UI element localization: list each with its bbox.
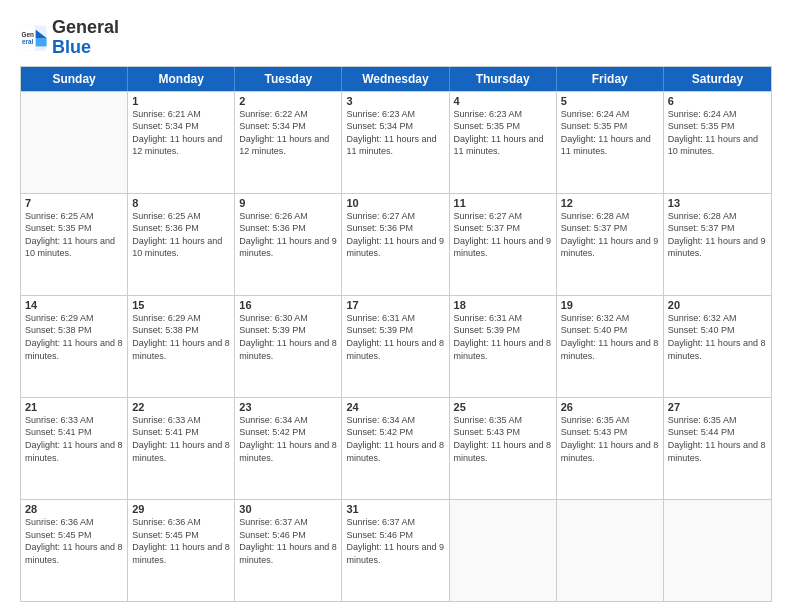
calendar-week-4: 21Sunrise: 6:33 AM Sunset: 5:41 PM Dayli… bbox=[21, 397, 771, 499]
calendar-cell bbox=[21, 92, 128, 193]
cell-info: Sunrise: 6:31 AM Sunset: 5:39 PM Dayligh… bbox=[346, 312, 444, 362]
calendar-cell: 26Sunrise: 6:35 AM Sunset: 5:43 PM Dayli… bbox=[557, 398, 664, 499]
cell-date-number: 9 bbox=[239, 197, 337, 209]
cell-info: Sunrise: 6:29 AM Sunset: 5:38 PM Dayligh… bbox=[25, 312, 123, 362]
cell-date-number: 31 bbox=[346, 503, 444, 515]
cell-date-number: 5 bbox=[561, 95, 659, 107]
calendar-cell: 3Sunrise: 6:23 AM Sunset: 5:34 PM Daylig… bbox=[342, 92, 449, 193]
cell-date-number: 13 bbox=[668, 197, 767, 209]
calendar-cell: 27Sunrise: 6:35 AM Sunset: 5:44 PM Dayli… bbox=[664, 398, 771, 499]
calendar-cell: 14Sunrise: 6:29 AM Sunset: 5:38 PM Dayli… bbox=[21, 296, 128, 397]
cell-date-number: 21 bbox=[25, 401, 123, 413]
cell-info: Sunrise: 6:25 AM Sunset: 5:36 PM Dayligh… bbox=[132, 210, 230, 260]
cell-date-number: 25 bbox=[454, 401, 552, 413]
svg-text:eral: eral bbox=[22, 37, 33, 44]
cell-info: Sunrise: 6:23 AM Sunset: 5:35 PM Dayligh… bbox=[454, 108, 552, 158]
cell-date-number: 2 bbox=[239, 95, 337, 107]
cell-info: Sunrise: 6:31 AM Sunset: 5:39 PM Dayligh… bbox=[454, 312, 552, 362]
cell-info: Sunrise: 6:28 AM Sunset: 5:37 PM Dayligh… bbox=[561, 210, 659, 260]
cell-info: Sunrise: 6:26 AM Sunset: 5:36 PM Dayligh… bbox=[239, 210, 337, 260]
calendar-header-tuesday: Tuesday bbox=[235, 67, 342, 91]
cell-info: Sunrise: 6:33 AM Sunset: 5:41 PM Dayligh… bbox=[132, 414, 230, 464]
cell-info: Sunrise: 6:27 AM Sunset: 5:37 PM Dayligh… bbox=[454, 210, 552, 260]
calendar-cell: 9Sunrise: 6:26 AM Sunset: 5:36 PM Daylig… bbox=[235, 194, 342, 295]
calendar-cell: 10Sunrise: 6:27 AM Sunset: 5:36 PM Dayli… bbox=[342, 194, 449, 295]
cell-info: Sunrise: 6:30 AM Sunset: 5:39 PM Dayligh… bbox=[239, 312, 337, 362]
calendar-header-wednesday: Wednesday bbox=[342, 67, 449, 91]
header: Gen eral General Blue bbox=[20, 18, 772, 58]
svg-marker-2 bbox=[35, 38, 46, 46]
cell-info: Sunrise: 6:27 AM Sunset: 5:36 PM Dayligh… bbox=[346, 210, 444, 260]
calendar-cell: 13Sunrise: 6:28 AM Sunset: 5:37 PM Dayli… bbox=[664, 194, 771, 295]
cell-info: Sunrise: 6:33 AM Sunset: 5:41 PM Dayligh… bbox=[25, 414, 123, 464]
cell-info: Sunrise: 6:25 AM Sunset: 5:35 PM Dayligh… bbox=[25, 210, 123, 260]
calendar-week-2: 7Sunrise: 6:25 AM Sunset: 5:35 PM Daylig… bbox=[21, 193, 771, 295]
calendar-cell: 6Sunrise: 6:24 AM Sunset: 5:35 PM Daylig… bbox=[664, 92, 771, 193]
calendar-cell: 28Sunrise: 6:36 AM Sunset: 5:45 PM Dayli… bbox=[21, 500, 128, 601]
calendar-cell: 5Sunrise: 6:24 AM Sunset: 5:35 PM Daylig… bbox=[557, 92, 664, 193]
calendar-cell: 24Sunrise: 6:34 AM Sunset: 5:42 PM Dayli… bbox=[342, 398, 449, 499]
calendar-cell: 25Sunrise: 6:35 AM Sunset: 5:43 PM Dayli… bbox=[450, 398, 557, 499]
calendar-week-5: 28Sunrise: 6:36 AM Sunset: 5:45 PM Dayli… bbox=[21, 499, 771, 601]
cell-info: Sunrise: 6:35 AM Sunset: 5:43 PM Dayligh… bbox=[454, 414, 552, 464]
calendar-cell: 22Sunrise: 6:33 AM Sunset: 5:41 PM Dayli… bbox=[128, 398, 235, 499]
calendar: SundayMondayTuesdayWednesdayThursdayFrid… bbox=[20, 66, 772, 602]
cell-date-number: 1 bbox=[132, 95, 230, 107]
calendar-cell: 29Sunrise: 6:36 AM Sunset: 5:45 PM Dayli… bbox=[128, 500, 235, 601]
cell-date-number: 11 bbox=[454, 197, 552, 209]
calendar-cell: 19Sunrise: 6:32 AM Sunset: 5:40 PM Dayli… bbox=[557, 296, 664, 397]
cell-info: Sunrise: 6:24 AM Sunset: 5:35 PM Dayligh… bbox=[668, 108, 767, 158]
cell-date-number: 20 bbox=[668, 299, 767, 311]
calendar-cell: 2Sunrise: 6:22 AM Sunset: 5:34 PM Daylig… bbox=[235, 92, 342, 193]
cell-date-number: 6 bbox=[668, 95, 767, 107]
cell-info: Sunrise: 6:36 AM Sunset: 5:45 PM Dayligh… bbox=[25, 516, 123, 566]
calendar-cell: 12Sunrise: 6:28 AM Sunset: 5:37 PM Dayli… bbox=[557, 194, 664, 295]
cell-date-number: 17 bbox=[346, 299, 444, 311]
cell-date-number: 29 bbox=[132, 503, 230, 515]
calendar-cell: 23Sunrise: 6:34 AM Sunset: 5:42 PM Dayli… bbox=[235, 398, 342, 499]
cell-date-number: 28 bbox=[25, 503, 123, 515]
logo-icon: Gen eral bbox=[20, 24, 48, 52]
calendar-cell: 30Sunrise: 6:37 AM Sunset: 5:46 PM Dayli… bbox=[235, 500, 342, 601]
cell-date-number: 22 bbox=[132, 401, 230, 413]
cell-info: Sunrise: 6:22 AM Sunset: 5:34 PM Dayligh… bbox=[239, 108, 337, 158]
calendar-body: 1Sunrise: 6:21 AM Sunset: 5:34 PM Daylig… bbox=[21, 91, 771, 601]
cell-date-number: 14 bbox=[25, 299, 123, 311]
cell-info: Sunrise: 6:37 AM Sunset: 5:46 PM Dayligh… bbox=[346, 516, 444, 566]
cell-info: Sunrise: 6:37 AM Sunset: 5:46 PM Dayligh… bbox=[239, 516, 337, 566]
cell-date-number: 12 bbox=[561, 197, 659, 209]
logo-text-line2: Blue bbox=[52, 38, 119, 58]
calendar-cell: 1Sunrise: 6:21 AM Sunset: 5:34 PM Daylig… bbox=[128, 92, 235, 193]
cell-date-number: 24 bbox=[346, 401, 444, 413]
logo-text-line1: General bbox=[52, 18, 119, 38]
calendar-cell: 16Sunrise: 6:30 AM Sunset: 5:39 PM Dayli… bbox=[235, 296, 342, 397]
calendar-header-saturday: Saturday bbox=[664, 67, 771, 91]
calendar-header-friday: Friday bbox=[557, 67, 664, 91]
cell-date-number: 30 bbox=[239, 503, 337, 515]
calendar-cell bbox=[450, 500, 557, 601]
cell-info: Sunrise: 6:29 AM Sunset: 5:38 PM Dayligh… bbox=[132, 312, 230, 362]
calendar-cell: 21Sunrise: 6:33 AM Sunset: 5:41 PM Dayli… bbox=[21, 398, 128, 499]
logo: Gen eral General Blue bbox=[20, 18, 119, 58]
calendar-cell: 7Sunrise: 6:25 AM Sunset: 5:35 PM Daylig… bbox=[21, 194, 128, 295]
calendar-header-sunday: Sunday bbox=[21, 67, 128, 91]
calendar-week-1: 1Sunrise: 6:21 AM Sunset: 5:34 PM Daylig… bbox=[21, 91, 771, 193]
cell-info: Sunrise: 6:34 AM Sunset: 5:42 PM Dayligh… bbox=[346, 414, 444, 464]
cell-date-number: 10 bbox=[346, 197, 444, 209]
calendar-cell: 18Sunrise: 6:31 AM Sunset: 5:39 PM Dayli… bbox=[450, 296, 557, 397]
calendar-cell: 15Sunrise: 6:29 AM Sunset: 5:38 PM Dayli… bbox=[128, 296, 235, 397]
calendar-cell bbox=[557, 500, 664, 601]
cell-info: Sunrise: 6:24 AM Sunset: 5:35 PM Dayligh… bbox=[561, 108, 659, 158]
cell-date-number: 7 bbox=[25, 197, 123, 209]
calendar-cell: 4Sunrise: 6:23 AM Sunset: 5:35 PM Daylig… bbox=[450, 92, 557, 193]
cell-info: Sunrise: 6:35 AM Sunset: 5:44 PM Dayligh… bbox=[668, 414, 767, 464]
cell-date-number: 4 bbox=[454, 95, 552, 107]
cell-info: Sunrise: 6:32 AM Sunset: 5:40 PM Dayligh… bbox=[668, 312, 767, 362]
cell-date-number: 15 bbox=[132, 299, 230, 311]
calendar-header-thursday: Thursday bbox=[450, 67, 557, 91]
cell-date-number: 26 bbox=[561, 401, 659, 413]
cell-date-number: 19 bbox=[561, 299, 659, 311]
svg-text:Gen: Gen bbox=[22, 30, 34, 37]
calendar-cell: 17Sunrise: 6:31 AM Sunset: 5:39 PM Dayli… bbox=[342, 296, 449, 397]
calendar-week-3: 14Sunrise: 6:29 AM Sunset: 5:38 PM Dayli… bbox=[21, 295, 771, 397]
